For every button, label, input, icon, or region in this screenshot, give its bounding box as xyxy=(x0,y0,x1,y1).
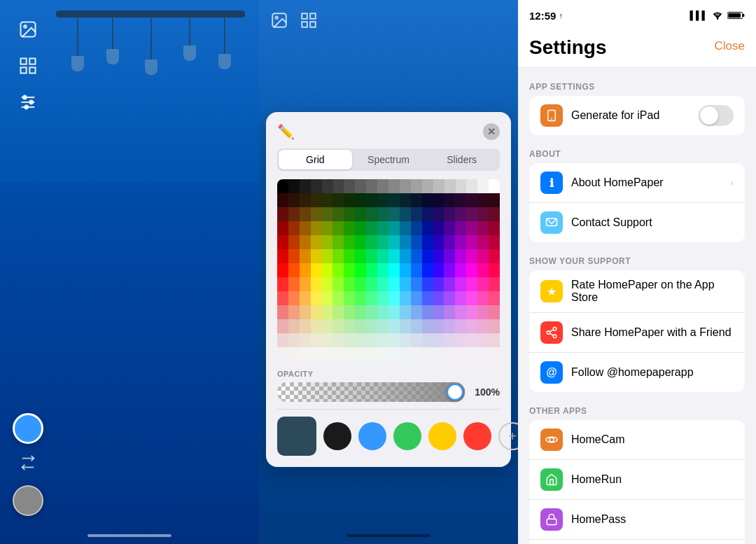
grayscale-cell[interactable] xyxy=(433,179,444,193)
color-cell[interactable] xyxy=(433,347,444,361)
color-cell[interactable] xyxy=(366,221,377,235)
settings-row-homepass[interactable]: HomePass xyxy=(529,499,745,539)
grayscale-cell[interactable] xyxy=(377,179,388,193)
color-cell[interactable] xyxy=(300,277,311,291)
color-cell[interactable] xyxy=(411,235,422,249)
color-cell[interactable] xyxy=(466,333,477,347)
color-cell[interactable] xyxy=(477,249,489,263)
color-cell[interactable] xyxy=(489,319,500,333)
color-cell[interactable] xyxy=(322,263,333,277)
color-cell[interactable] xyxy=(300,235,311,249)
color-cell[interactable] xyxy=(344,333,355,347)
grayscale-cell[interactable] xyxy=(422,179,433,193)
color-cell[interactable] xyxy=(277,333,288,347)
middle-grid-icon[interactable] xyxy=(300,11,318,34)
color-cell[interactable] xyxy=(489,249,500,263)
color-cell[interactable] xyxy=(400,291,411,305)
color-cell[interactable] xyxy=(277,249,288,263)
color-cell[interactable] xyxy=(400,333,411,347)
color-cell[interactable] xyxy=(288,221,300,235)
color-cell[interactable] xyxy=(388,333,400,347)
color-cell[interactable] xyxy=(332,333,344,347)
grayscale-cell[interactable] xyxy=(466,179,477,193)
color-cell[interactable] xyxy=(366,347,377,361)
grayscale-cell[interactable] xyxy=(344,179,355,193)
grid-sidebar-icon[interactable] xyxy=(13,50,43,81)
color-cell[interactable] xyxy=(277,319,288,333)
swatch-green[interactable] xyxy=(393,422,421,450)
color-cell[interactable] xyxy=(388,221,400,235)
color-cell[interactable] xyxy=(322,333,333,347)
color-cell[interactable] xyxy=(344,193,355,207)
color-cell[interactable] xyxy=(477,207,489,221)
color-cell[interactable] xyxy=(477,305,489,319)
color-cell[interactable] xyxy=(455,207,466,221)
color-cell[interactable] xyxy=(400,319,411,333)
color-cell[interactable] xyxy=(433,207,444,221)
grayscale-cell[interactable] xyxy=(366,179,377,193)
color-cell[interactable] xyxy=(444,249,455,263)
color-cell[interactable] xyxy=(489,235,500,249)
color-cell[interactable] xyxy=(277,291,288,305)
color-cell[interactable] xyxy=(433,291,444,305)
color-cell[interactable] xyxy=(489,263,500,277)
color-cell[interactable] xyxy=(455,319,466,333)
color-cell[interactable] xyxy=(332,193,344,207)
opacity-slider[interactable] xyxy=(277,382,465,402)
grayscale-cell[interactable] xyxy=(300,179,311,193)
color-cell[interactable] xyxy=(322,207,333,221)
color-cell[interactable] xyxy=(366,277,377,291)
color-cell[interactable] xyxy=(489,207,500,221)
color-cell[interactable] xyxy=(377,277,388,291)
color-cell[interactable] xyxy=(355,347,366,361)
color-cell[interactable] xyxy=(444,319,455,333)
settings-row-contact-support[interactable]: Contact Support xyxy=(529,202,745,242)
color-cell[interactable] xyxy=(332,263,344,277)
color-cell[interactable] xyxy=(366,319,377,333)
color-cell[interactable] xyxy=(322,347,333,361)
grayscale-cell[interactable] xyxy=(288,179,300,193)
color-cell[interactable] xyxy=(355,263,366,277)
color-cell[interactable] xyxy=(332,291,344,305)
grayscale-cell[interactable] xyxy=(477,179,489,193)
color-cell[interactable] xyxy=(355,305,366,319)
tab-grid[interactable]: Grid xyxy=(279,150,352,169)
color-cell[interactable] xyxy=(288,193,300,207)
color-cell[interactable] xyxy=(455,277,466,291)
color-cell[interactable] xyxy=(489,221,500,235)
color-cell[interactable] xyxy=(322,277,333,291)
color-cell[interactable] xyxy=(466,305,477,319)
color-cell[interactable] xyxy=(322,319,333,333)
color-cell[interactable] xyxy=(433,193,444,207)
color-cell[interactable] xyxy=(300,347,311,361)
color-cell[interactable] xyxy=(332,221,344,235)
color-cell[interactable] xyxy=(422,249,433,263)
color-cell[interactable] xyxy=(455,235,466,249)
color-cell[interactable] xyxy=(311,333,322,347)
color-cell[interactable] xyxy=(455,193,466,207)
swatch-black[interactable] xyxy=(323,422,351,450)
color-cell[interactable] xyxy=(277,207,288,221)
color-cell[interactable] xyxy=(288,347,300,361)
color-cell[interactable] xyxy=(466,235,477,249)
color-cell[interactable] xyxy=(444,207,455,221)
settings-row-homerun[interactable]: HomeRun xyxy=(529,459,745,499)
color-cell[interactable] xyxy=(411,249,422,263)
settings-row-follow[interactable]: @ Follow @homepaperapp xyxy=(529,352,745,392)
color-cell[interactable] xyxy=(300,291,311,305)
color-cell[interactable] xyxy=(466,193,477,207)
color-cell[interactable] xyxy=(344,207,355,221)
color-cell[interactable] xyxy=(277,193,288,207)
color-cell[interactable] xyxy=(433,277,444,291)
color-cell[interactable] xyxy=(311,291,322,305)
color-cell[interactable] xyxy=(388,193,400,207)
color-cell[interactable] xyxy=(322,305,333,319)
color-cell[interactable] xyxy=(332,277,344,291)
close-button[interactable]: Close xyxy=(715,36,745,53)
color-cell[interactable] xyxy=(288,333,300,347)
grayscale-cell[interactable] xyxy=(333,179,344,193)
color-cell[interactable] xyxy=(444,263,455,277)
color-cell[interactable] xyxy=(344,319,355,333)
color-cell[interactable] xyxy=(277,347,288,361)
color-cell[interactable] xyxy=(400,305,411,319)
